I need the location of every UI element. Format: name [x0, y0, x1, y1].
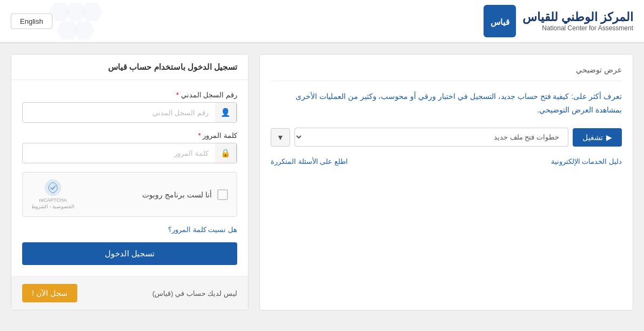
- password-input[interactable]: [23, 144, 215, 162]
- captcha-area: أنا لست برنامج روبوت reCAPTCHA الخصوصية …: [22, 172, 237, 217]
- password-required: *: [198, 131, 201, 140]
- right-panel: تسجيل الدخول باستخدام حساب قياس رقم السج…: [11, 54, 249, 310]
- play-button-label: تشغيل: [582, 133, 603, 142]
- svg-marker-2: [81, 3, 103, 21]
- captcha-label: أنا لست برنامج روبوت: [142, 190, 212, 199]
- youtube-icon: ▶: [606, 133, 612, 142]
- left-panel: عرض توضيحي تعرف أكثر على: كيفية فتح حساب…: [259, 54, 633, 310]
- svg-marker-4: [73, 21, 95, 39]
- password-input-wrapper: 🔒: [22, 143, 237, 163]
- dropdown-row: ▶ تشغيل خطوات فتح ملف جديد ▼: [271, 128, 622, 147]
- header-logo-text: المركز الوطني للقياس National Center for…: [522, 10, 633, 32]
- national-id-input[interactable]: [23, 104, 215, 122]
- national-id-group: رقم السجل المدني * 👤: [22, 91, 237, 123]
- lock-icon: 🔒: [215, 143, 237, 163]
- language-button[interactable]: English: [11, 14, 52, 29]
- national-id-label: رقم السجل المدني *: [22, 91, 237, 99]
- captcha-checkbox[interactable]: [217, 189, 228, 200]
- register-now-button[interactable]: سجل الآن !: [22, 284, 77, 302]
- person-icon: 👤: [215, 103, 237, 122]
- demo-dropdown[interactable]: خطوات فتح ملف جديد: [294, 128, 568, 147]
- logo-english-subtitle: National Center for Assessment: [522, 24, 633, 32]
- login-body: رقم السجل المدني * 👤 كلمة المرور * 🔒: [11, 80, 248, 276]
- captcha-left: أنا لست برنامج روبوت: [142, 189, 228, 200]
- forgot-password-link[interactable]: هل نسيت كلمة المرور؟: [22, 226, 237, 234]
- login-header-title: تسجيل الدخول باستخدام حساب قياس: [108, 62, 237, 71]
- password-group: كلمة المرور * 🔒: [22, 131, 237, 163]
- info-text: تعرف أكثر على: كيفية فتح حساب جديد، التس…: [271, 90, 622, 117]
- dropdown-arrow-icon[interactable]: ▼: [271, 128, 290, 147]
- panel-header: عرض توضيحي: [271, 65, 622, 81]
- services-guide-link[interactable]: دليل الخدمات الإلكترونية: [551, 157, 622, 166]
- no-account-text: ليس لديك حساب في (قياس): [152, 289, 237, 297]
- logo-icon: قياس: [484, 5, 516, 37]
- svg-text:قياس: قياس: [490, 17, 509, 27]
- password-label: كلمة المرور *: [22, 131, 237, 140]
- header-bg-pattern: [43, 0, 151, 43]
- recaptcha-privacy-text: الخصوصية - الشروط: [31, 204, 75, 210]
- links-row: دليل الخدمات الإلكترونية اطلع على الأسئل…: [271, 157, 622, 166]
- captcha-right: reCAPTCHA الخصوصية - الشروط: [31, 179, 75, 210]
- recaptcha-brand-text: reCAPTCHA: [39, 197, 67, 204]
- login-button[interactable]: تسجيل الدخول: [22, 242, 237, 265]
- login-header: تسجيل الدخول باستخدام حساب قياس: [11, 55, 248, 80]
- header-logo: المركز الوطني للقياس National Center for…: [484, 5, 633, 37]
- login-footer: ليس لديك حساب في (قياس) سجل الآن !: [11, 276, 248, 310]
- main-content: عرض توضيحي تعرف أكثر على: كيفية فتح حساب…: [0, 43, 644, 321]
- logo-arabic-title: المركز الوطني للقياس: [522, 10, 633, 24]
- play-button[interactable]: ▶ تشغيل: [573, 128, 622, 147]
- recaptcha-logo-icon: [44, 179, 62, 196]
- faq-link[interactable]: اطلع على الأسئلة المتكررة: [271, 157, 348, 166]
- header: English المركز الوطني للقياس National Ce…: [0, 0, 644, 43]
- national-id-required: *: [176, 91, 179, 99]
- panel-header-title: عرض توضيحي: [271, 65, 622, 74]
- national-id-input-wrapper: 👤: [22, 102, 237, 123]
